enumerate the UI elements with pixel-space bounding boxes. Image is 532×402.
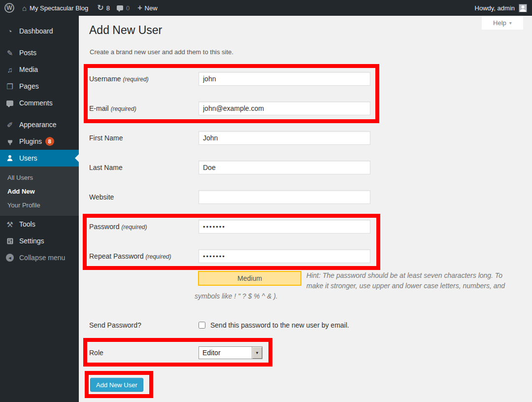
comment-count: 0 (126, 4, 130, 12)
submenu-item-all-users[interactable]: All Users (0, 170, 79, 184)
form-row-first-name: First Name (89, 131, 518, 145)
required-note: (required) (121, 224, 147, 231)
plus-icon: + (137, 3, 142, 12)
settings-icon (5, 237, 15, 245)
tools-icon: ⚒ (5, 221, 15, 228)
admin-bar-updates[interactable]: ↻ 8 (97, 0, 110, 16)
username-label: Username(required) (89, 75, 199, 83)
submenu-item-add-new[interactable]: Add New (0, 184, 79, 198)
avatar (519, 4, 527, 12)
updates-icon: ↻ (97, 4, 103, 12)
howdy-label: Howdy, admin (475, 4, 515, 12)
help-tab[interactable]: Help ▾ (482, 16, 523, 30)
chevron-down-icon: ▾ (509, 20, 512, 26)
form-row-password: Password(required) (89, 220, 518, 234)
current-menu-arrow (75, 154, 79, 162)
role-select-value: Editor (199, 347, 252, 359)
email-input[interactable] (199, 101, 370, 115)
sidebar-item-plugins[interactable]: Plugins 8 (0, 133, 79, 150)
password-label: Password(required) (89, 223, 199, 231)
password-input[interactable] (199, 220, 370, 234)
sidebar: ◔ Dashboard ✎ Posts ♫ Media ❐ Pages Comm… (0, 16, 79, 402)
form-row-role: Role Editor ▼ (89, 346, 518, 359)
sidebar-item-label: Posts (19, 49, 36, 57)
role-label: Role (89, 349, 199, 357)
sidebar-item-settings[interactable]: Settings (0, 233, 79, 249)
sidebar-item-label: Collapse menu (19, 254, 65, 262)
required-note: (required) (111, 105, 136, 112)
last-name-label: Last Name (89, 164, 199, 171)
users-submenu: All Users Add New Your Profile (0, 167, 79, 216)
last-name-input[interactable] (199, 161, 370, 174)
send-password-label: Send Password? (89, 321, 199, 329)
sidebar-item-label: Plugins (19, 137, 42, 145)
sidebar-item-dashboard[interactable]: ◔ Dashboard (0, 23, 79, 39)
comment-bubble-icon (117, 5, 123, 10)
plugins-icon (5, 138, 15, 145)
sidebar-item-comments[interactable]: Comments (0, 95, 79, 111)
form-row-username: Username(required) (89, 72, 518, 86)
update-count: 8 (106, 4, 110, 12)
form-row-send-password: Send Password? Send this password to the… (89, 318, 518, 332)
sidebar-item-media[interactable]: ♫ Media (0, 61, 79, 78)
admin-bar-comments[interactable]: 0 (117, 0, 130, 16)
new-label: New (145, 4, 158, 12)
required-note: (required) (123, 76, 149, 83)
username-input[interactable] (199, 72, 370, 86)
sidebar-item-label: Tools (19, 220, 35, 228)
sidebar-item-label: Media (19, 66, 38, 73)
required-note: (required) (146, 253, 171, 260)
posts-icon: ✎ (5, 49, 15, 57)
sidebar-item-label: Comments (19, 99, 53, 107)
submenu-item-label: Add New (7, 188, 35, 195)
plugins-update-badge: 8 (45, 137, 54, 146)
dashboard-icon: ◔ (5, 28, 15, 35)
help-label: Help (493, 19, 506, 27)
main-content: Help ▾ Add New User Create a brand new u… (79, 16, 532, 402)
admin-bar-account[interactable]: Howdy, admin (475, 0, 527, 16)
sidebar-item-appearance[interactable]: ✐ Appearance (0, 116, 79, 133)
repeat-password-input[interactable] (199, 249, 370, 263)
form-row-repeat-password: Repeat Password(required) (89, 249, 518, 263)
repeat-password-label: Repeat Password(required) (89, 252, 199, 260)
sidebar-item-users[interactable]: Users (0, 150, 79, 167)
email-label: E-mail(required) (89, 104, 199, 112)
form-row-email: E-mail(required) (89, 101, 518, 115)
sidebar-item-label: Pages (19, 82, 39, 90)
form-row-website: Website (89, 190, 518, 204)
wordpress-logo-icon[interactable]: W (4, 3, 14, 13)
site-name-label: My Spectacular Blog (30, 4, 88, 12)
admin-bar-site-name[interactable]: ⌂ My Spectacular Blog (22, 0, 88, 16)
send-password-checkbox-label: Send this password to the new user by em… (210, 321, 349, 329)
first-name-input[interactable] (199, 131, 370, 145)
add-new-user-button[interactable]: Add New User (90, 378, 143, 392)
form-row-last-name: Last Name (89, 161, 518, 174)
page-subtitle: Create a brand new user and add them to … (90, 48, 233, 56)
select-arrow-icon: ▼ (252, 347, 262, 359)
users-icon (5, 154, 15, 162)
sidebar-item-label: Users (19, 154, 37, 162)
website-input[interactable] (199, 190, 370, 204)
sidebar-item-label: Dashboard (19, 27, 53, 35)
sidebar-item-pages[interactable]: ❐ Pages (0, 78, 79, 95)
send-password-checkbox[interactable] (199, 322, 205, 329)
page-title: Add New User (89, 24, 162, 37)
media-icon: ♫ (5, 66, 15, 73)
sidebar-item-posts[interactable]: ✎ Posts (0, 44, 79, 61)
comments-icon (5, 100, 15, 106)
sidebar-item-tools[interactable]: ⚒ Tools (0, 216, 79, 233)
submenu-item-your-profile[interactable]: Your Profile (0, 198, 79, 212)
role-select[interactable]: Editor ▼ (199, 346, 263, 359)
home-icon: ⌂ (22, 4, 27, 12)
pages-icon: ❐ (5, 83, 15, 90)
submenu-item-label: All Users (7, 174, 33, 181)
first-name-label: First Name (89, 134, 199, 142)
sidebar-item-label: Settings (19, 237, 44, 245)
appearance-icon: ✐ (5, 121, 15, 129)
sidebar-item-collapse-menu[interactable]: ◀ Collapse menu (0, 249, 79, 266)
sidebar-item-label: Appearance (19, 121, 57, 129)
submenu-item-label: Your Profile (7, 201, 40, 209)
website-label: Website (89, 193, 199, 201)
admin-bar-new[interactable]: + New (137, 0, 157, 16)
admin-bar: W ⌂ My Spectacular Blog ↻ 8 0 + New Howd… (0, 0, 532, 16)
